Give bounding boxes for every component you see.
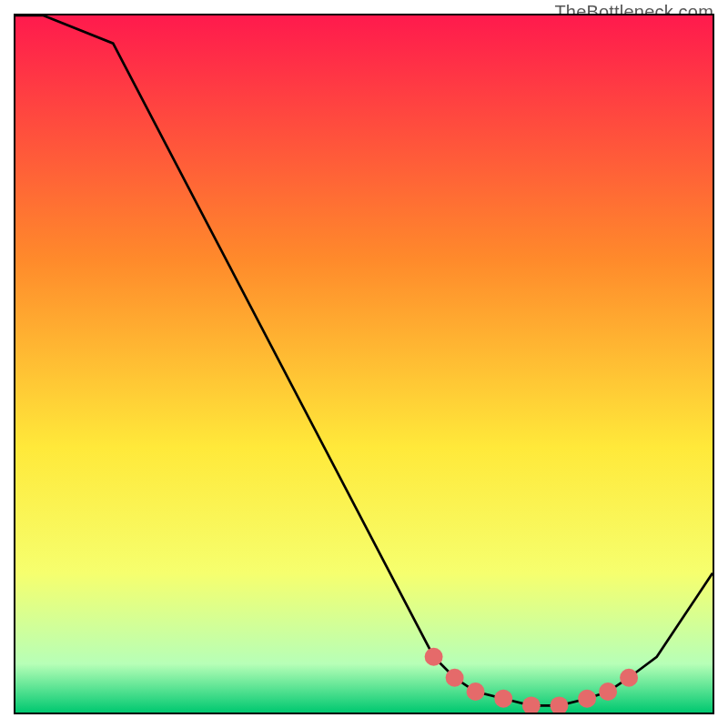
highlight-point xyxy=(522,696,541,713)
chart-frame: TheBottleneck.com xyxy=(0,0,728,728)
curve-overlay xyxy=(15,15,713,713)
highlight-point xyxy=(467,682,485,701)
highlight-point xyxy=(446,669,464,687)
plot-area xyxy=(14,14,714,714)
highlight-points xyxy=(425,648,638,713)
highlight-point xyxy=(599,682,617,701)
bottleneck-curve xyxy=(15,15,713,705)
highlight-point xyxy=(620,669,638,687)
highlight-point xyxy=(425,648,443,666)
highlight-point xyxy=(578,690,596,708)
highlight-point xyxy=(551,696,569,713)
highlight-point xyxy=(494,690,512,708)
